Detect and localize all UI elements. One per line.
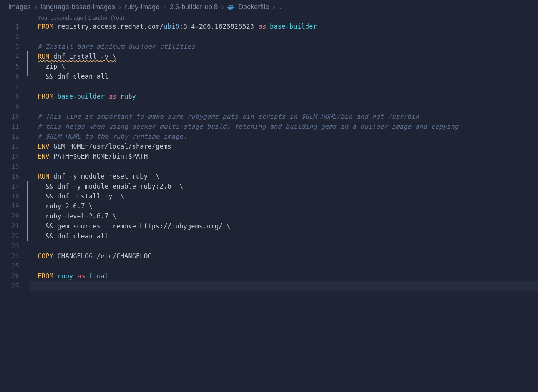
line-number: 4 bbox=[0, 51, 19, 61]
code-line[interactable] bbox=[38, 101, 538, 111]
code-line[interactable] bbox=[38, 241, 538, 251]
code-line[interactable]: ruby-devel-2.6.7 \ bbox=[38, 211, 538, 221]
line-number: 21 bbox=[0, 221, 19, 231]
crumb-more[interactable]: ... bbox=[279, 3, 285, 11]
code-line[interactable] bbox=[38, 31, 538, 41]
line-number: 8 bbox=[0, 91, 19, 101]
line-number: 14 bbox=[0, 151, 19, 161]
line-number: 23 bbox=[0, 241, 19, 251]
git-blame-annotation: You, seconds ago | 1 author (You) bbox=[0, 13, 538, 22]
code-line[interactable]: ENV GEM_HOME=/usr/local/share/gems bbox=[38, 141, 538, 151]
change-mark bbox=[27, 51, 28, 56]
line-number: 13 bbox=[0, 141, 19, 151]
line-number: 17 bbox=[0, 181, 19, 191]
crumb-dockerfile[interactable]: Dockerfile bbox=[238, 3, 269, 11]
code-line[interactable]: && dnf -y module enable ruby:2.6 \ bbox=[38, 181, 538, 191]
code-line[interactable]: FROM registry.access.redhat.com/ubi8:8.4… bbox=[38, 22, 538, 31]
code-line[interactable]: && dnf clean all bbox=[38, 231, 538, 241]
docker-icon bbox=[227, 4, 235, 10]
crumb-images[interactable]: images bbox=[8, 3, 31, 11]
code-line[interactable]: # Install bare minimum builder utilities bbox=[38, 41, 538, 51]
code-line-current[interactable] bbox=[30, 281, 538, 291]
code-line[interactable]: FROM base-builder as ruby bbox=[38, 91, 538, 101]
line-number: 24 bbox=[0, 251, 19, 261]
crumb-language-based-images[interactable]: language-based-images bbox=[41, 3, 115, 11]
line-number: 18 bbox=[0, 191, 19, 201]
line-number: 15 bbox=[0, 161, 19, 171]
breadcrumb: images › language-based-images › ruby-im… bbox=[0, 0, 538, 13]
chevron-right-icon: › bbox=[119, 3, 121, 11]
line-number: 10 bbox=[0, 111, 19, 121]
change-mark bbox=[27, 181, 28, 241]
line-number: 1 bbox=[0, 22, 19, 31]
line-number: 20 bbox=[0, 211, 19, 221]
chevron-right-icon: › bbox=[273, 3, 275, 11]
code-line[interactable] bbox=[38, 81, 538, 91]
code-line[interactable]: zip \ bbox=[38, 61, 538, 71]
code-line[interactable]: && gem sources --remove https://rubygems… bbox=[38, 221, 538, 231]
crumb-ruby-image[interactable]: ruby-image bbox=[125, 3, 159, 11]
line-number: 7 bbox=[0, 81, 19, 91]
code-line[interactable]: RUN dnf install -y \ bbox=[38, 51, 538, 61]
line-number: 3 bbox=[0, 41, 19, 51]
line-number: 6 bbox=[0, 71, 19, 81]
line-number: 25 bbox=[0, 261, 19, 271]
code-line[interactable]: FROM ruby as final bbox=[38, 271, 538, 281]
code-line[interactable]: && dnf install -y \ bbox=[38, 191, 538, 201]
code-line[interactable]: # $GEM_HOME to the ruby runtime image. bbox=[38, 131, 538, 141]
code-line[interactable]: && dnf clean all bbox=[38, 71, 538, 81]
code-line[interactable] bbox=[38, 261, 538, 271]
code-line[interactable]: # this helps when using docker multi-sta… bbox=[38, 121, 538, 131]
line-number: 27 bbox=[0, 281, 19, 291]
code-line[interactable]: # This line is important to make sure ru… bbox=[38, 111, 538, 121]
line-number: 16 bbox=[0, 171, 19, 181]
svg-rect-4 bbox=[229, 5, 231, 7]
line-number-gutter: 1 2 3 4 5 6 7 8 9 10 11 12 13 14 15 16 1… bbox=[0, 22, 27, 291]
code-area[interactable]: FROM registry.access.redhat.com/ubi8:8.4… bbox=[30, 22, 538, 291]
chevron-right-icon: › bbox=[221, 3, 224, 11]
svg-rect-6 bbox=[232, 5, 233, 7]
line-number: 5 bbox=[0, 61, 19, 71]
line-number: 19 bbox=[0, 201, 19, 211]
code-line[interactable]: COPY CHANGELOG /etc/CHANGELOG bbox=[38, 251, 538, 261]
code-line[interactable]: RUN dnf -y module reset ruby \ bbox=[38, 171, 538, 181]
line-number: 2 bbox=[0, 31, 19, 41]
code-line[interactable]: ENV PATH=$GEM_HOME/bin:$PATH bbox=[38, 151, 538, 161]
line-number: 9 bbox=[0, 101, 19, 111]
code-line[interactable] bbox=[38, 161, 538, 171]
line-number: 26 bbox=[0, 271, 19, 281]
code-line[interactable]: ruby-2.6.7 \ bbox=[38, 201, 538, 211]
code-editor[interactable]: 1 2 3 4 5 6 7 8 9 10 11 12 13 14 15 16 1… bbox=[0, 22, 538, 291]
change-mark bbox=[27, 56, 28, 76]
line-number: 12 bbox=[0, 131, 19, 141]
line-number: 11 bbox=[0, 121, 19, 131]
change-marks-gutter bbox=[27, 22, 30, 291]
chevron-right-icon: › bbox=[35, 3, 37, 11]
crumb-2-6-builder-ubi8[interactable]: 2.6-builder-ubi8 bbox=[169, 3, 218, 11]
line-number: 22 bbox=[0, 231, 19, 241]
chevron-right-icon: › bbox=[163, 3, 166, 11]
svg-rect-5 bbox=[231, 5, 232, 7]
